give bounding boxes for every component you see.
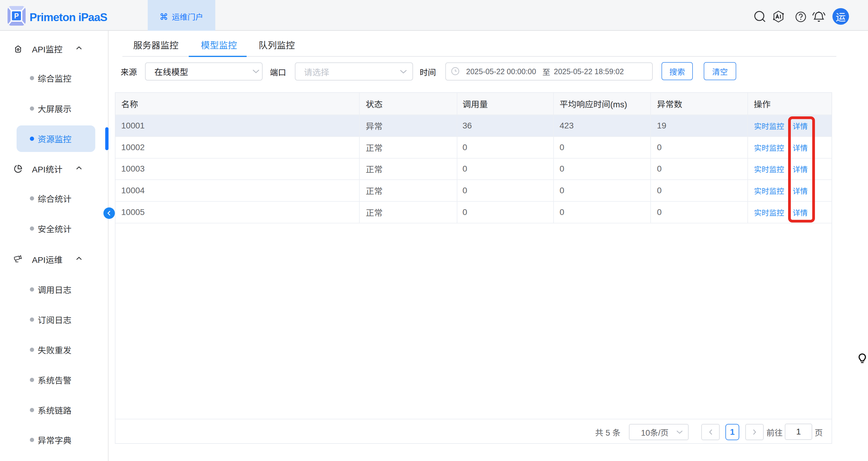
svg-text:P: P — [14, 12, 19, 20]
